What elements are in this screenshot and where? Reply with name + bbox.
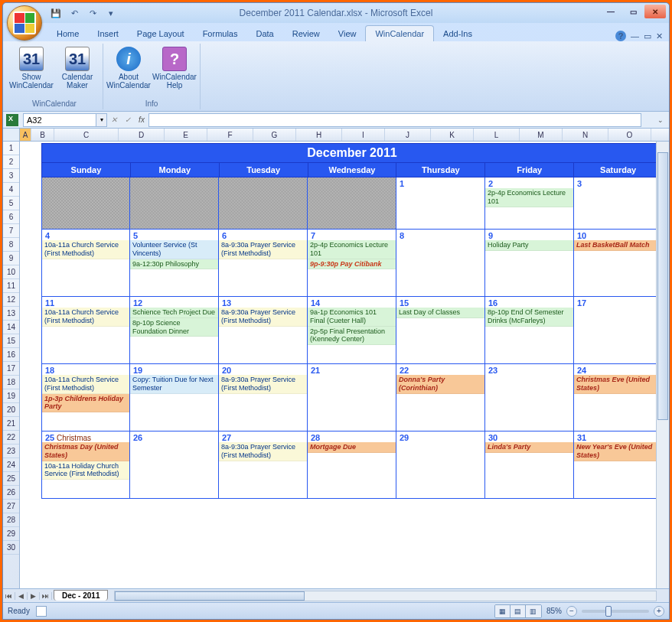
tab-review[interactable]: Review bbox=[283, 26, 329, 41]
calendar-event[interactable]: Christmas Day (United States) bbox=[42, 442, 129, 461]
row-header-22[interactable]: 22 bbox=[3, 431, 19, 445]
col-header-D[interactable]: D bbox=[119, 129, 165, 141]
select-all-corner[interactable] bbox=[3, 129, 20, 142]
col-header-K[interactable]: K bbox=[431, 129, 474, 141]
row-header-26[interactable]: 26 bbox=[3, 486, 19, 500]
col-header-N[interactable]: N bbox=[563, 129, 608, 141]
calendar-cell-25[interactable]: 25 Christmas Christmas Day (United State… bbox=[41, 431, 130, 499]
tab-formulas[interactable]: Formulas bbox=[194, 26, 247, 41]
calendar-cell-inactive[interactable] bbox=[308, 177, 396, 230]
calendar-event[interactable]: Christmas Eve (United States) bbox=[574, 375, 662, 394]
row-header-28[interactable]: 28 bbox=[3, 513, 19, 527]
row-header-17[interactable]: 17 bbox=[3, 362, 19, 376]
calendar-cell-4[interactable]: 410a-11a Church Service (First Methodist… bbox=[41, 230, 130, 297]
calendar-event[interactable]: Mortgage Due bbox=[308, 442, 396, 453]
name-box-dropdown[interactable]: ▾ bbox=[96, 113, 107, 127]
calendar-event[interactable]: 8a-9:30a Prayer Service (First Methodist… bbox=[219, 442, 307, 461]
calendar-event[interactable]: 9a-1p Economics 101 Final (Cueter Hall) bbox=[308, 308, 396, 327]
calendar-cell-13[interactable]: 138a-9:30a Prayer Service (First Methodi… bbox=[219, 297, 308, 364]
zoom-slider[interactable] bbox=[582, 610, 649, 613]
sheet-tab[interactable]: Dec - 2011 bbox=[54, 590, 108, 601]
row-header-4[interactable]: 4 bbox=[3, 183, 19, 197]
show-wincalendar-button[interactable]: 31Show WinCalendar bbox=[11, 45, 52, 99]
calendar-cell-30[interactable]: 30 Linda's Party bbox=[485, 431, 574, 499]
save-button[interactable]: 💾 bbox=[47, 5, 64, 21]
view-normal[interactable]: ▦ bbox=[495, 605, 511, 617]
row-header-5[interactable]: 5 bbox=[3, 197, 19, 210]
row-header-13[interactable]: 13 bbox=[3, 307, 19, 321]
mdi-restore[interactable]: ▭ bbox=[644, 31, 651, 41]
tab-wincalendar[interactable]: WinCalendar bbox=[365, 25, 434, 41]
row-header-10[interactable]: 10 bbox=[3, 265, 19, 279]
row-header-25[interactable]: 25 bbox=[3, 472, 19, 486]
col-header-A[interactable]: A bbox=[20, 129, 31, 141]
view-page-layout[interactable]: ▤ bbox=[511, 605, 526, 617]
close-button[interactable]: ✕ bbox=[644, 5, 666, 18]
mdi-minimize[interactable]: — bbox=[631, 31, 639, 41]
row-header-16[interactable]: 16 bbox=[3, 348, 19, 362]
calendar-event[interactable]: Copy: Tuition Due for Next Semester bbox=[130, 375, 218, 394]
calendar-cell-10[interactable]: 10Last BasketBall Match bbox=[574, 230, 663, 297]
zoom-in-button[interactable]: + bbox=[654, 606, 664, 617]
calendar-event[interactable]: 8a-9:30a Prayer Service (First Methodist… bbox=[219, 375, 307, 394]
calendar-cell-1[interactable]: 1 bbox=[396, 177, 485, 230]
col-header-O[interactable]: O bbox=[608, 129, 651, 141]
col-header-F[interactable]: F bbox=[207, 129, 253, 141]
vertical-scrollbar[interactable] bbox=[656, 142, 669, 588]
calendar-cell-6[interactable]: 68a-9:30a Prayer Service (First Methodis… bbox=[219, 230, 308, 297]
calendar-cell-12[interactable]: 12 Schience Tech Project Due8p-10p Scien… bbox=[130, 297, 219, 364]
minimize-button[interactable]: — bbox=[600, 5, 621, 18]
fx-label[interactable]: fx bbox=[135, 116, 148, 124]
col-header-E[interactable]: E bbox=[165, 129, 207, 141]
calendar-cell-27[interactable]: 278a-9:30a Prayer Service (First Methodi… bbox=[219, 431, 308, 499]
worksheet-grid[interactable]: December 2011 SundayMondayTuesdayWednesd… bbox=[20, 142, 669, 588]
calendar-event[interactable]: 10a-11a Holiday Church Service (First Me… bbox=[42, 461, 129, 480]
office-button[interactable] bbox=[7, 5, 42, 41]
help-icon[interactable]: ? bbox=[615, 31, 626, 41]
calendar-cell-31[interactable]: 31 New Year's Eve (United States) bbox=[574, 431, 663, 499]
calendar-cell-2[interactable]: 22p-4p Economics Lecture 101 bbox=[485, 177, 574, 230]
calendar-event[interactable]: 8p-10p Science Foundation Dinner bbox=[130, 318, 218, 337]
calendar-event[interactable]: 10a-11a Church Service (First Methodist) bbox=[42, 240, 129, 259]
calendar-cell-21[interactable]: 21 bbox=[308, 364, 396, 431]
tab-view[interactable]: View bbox=[329, 26, 366, 41]
calendar-event[interactable]: Schience Tech Project Due bbox=[130, 308, 218, 318]
row-header-2[interactable]: 2 bbox=[3, 155, 19, 169]
calendar-cell-17[interactable]: 17 bbox=[574, 297, 663, 364]
col-header-B[interactable]: B bbox=[31, 129, 54, 141]
mdi-close[interactable]: ✕ bbox=[656, 31, 663, 41]
col-header-L[interactable]: L bbox=[474, 129, 520, 141]
row-header-15[interactable]: 15 bbox=[3, 334, 19, 348]
calendar-cell-inactive[interactable] bbox=[219, 177, 308, 230]
col-header-I[interactable]: I bbox=[342, 129, 385, 141]
calendar-cell-inactive[interactable] bbox=[41, 177, 130, 230]
tab-prev[interactable]: ◀ bbox=[15, 592, 28, 600]
calendar-cell-29[interactable]: 29 bbox=[396, 431, 485, 499]
calendar-cell-20[interactable]: 208a-9:30a Prayer Service (First Methodi… bbox=[219, 364, 308, 431]
calendar-event[interactable]: Donna's Party (Corinthian) bbox=[396, 375, 484, 394]
calendar-event[interactable]: 8a-9:30a Prayer Service (First Methodist… bbox=[219, 240, 307, 259]
qat-customize[interactable]: ▾ bbox=[103, 5, 119, 21]
calendar-cell-26[interactable]: 26 bbox=[130, 431, 219, 499]
col-header-G[interactable]: G bbox=[253, 129, 296, 141]
tab-first[interactable]: ⏮ bbox=[3, 592, 15, 600]
calendar-event[interactable]: Holiday Party bbox=[485, 240, 573, 251]
zoom-out-button[interactable]: − bbox=[566, 606, 577, 617]
calendar-event[interactable]: 9a-12:30p Philosophy bbox=[130, 259, 218, 270]
calendar-maker-button[interactable]: 31Calendar Maker bbox=[57, 45, 98, 99]
calendar-cell-9[interactable]: 9Holiday Party bbox=[485, 230, 574, 297]
formula-bar[interactable] bbox=[148, 113, 641, 127]
tab-add-ins[interactable]: Add-Ins bbox=[434, 26, 481, 41]
maximize-button[interactable]: ▭ bbox=[622, 5, 644, 18]
row-header-18[interactable]: 18 bbox=[3, 376, 19, 389]
row-header-24[interactable]: 24 bbox=[3, 458, 19, 472]
calendar-event[interactable]: 2p-5p Final Presentation (Kennedy Center… bbox=[308, 327, 396, 346]
calendar-event[interactable]: 2p-4p Economics Lecture 101 bbox=[485, 188, 573, 207]
calendar-cell-23[interactable]: 23 bbox=[485, 364, 574, 431]
calendar-cell-7[interactable]: 72p-4p Economics Lecture 1019p-9:30p Pay… bbox=[308, 230, 396, 297]
row-header-19[interactable]: 19 bbox=[3, 389, 19, 403]
calendar-event[interactable]: Last Day of Classes bbox=[396, 308, 484, 318]
calendar-cell-inactive[interactable] bbox=[130, 177, 219, 230]
tab-page-layout[interactable]: Page Layout bbox=[128, 26, 194, 41]
calendar-event[interactable]: 10a-11a Church Service (First Methodist) bbox=[42, 375, 129, 394]
